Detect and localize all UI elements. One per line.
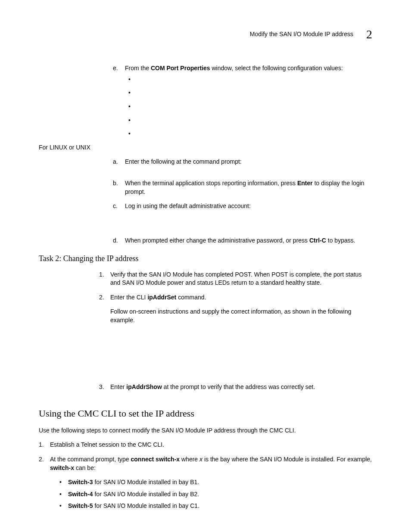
task2-2-marker: 2. (99, 293, 110, 381)
task2-3-pre: Enter (110, 383, 126, 390)
sw3-bold: Switch-3 (68, 479, 93, 485)
step-e-body: From the COM Port Properties window, sel… (125, 64, 372, 73)
task2-3-post: at the prompt to verify that the address… (162, 383, 315, 390)
cmc-2-p3: is the bay where the SAN I/O Module is i… (202, 456, 372, 463)
linux-d-bold: Ctrl-C (309, 237, 326, 244)
linux-b-body: When the terminal application stops repo… (125, 179, 372, 196)
task2-2-body: Enter the CLI ipAddrSet command. Follow … (110, 293, 372, 381)
page-content: e. From the COM Port Properties window, … (99, 64, 372, 514)
cmc-2-b1: connect switch-x (131, 456, 180, 463)
cmc-1-marker: 1. (39, 441, 50, 449)
task2-step-2: 2. Enter the CLI ipAddrSet command. Foll… (99, 293, 372, 381)
cmc-2-p2: where (180, 456, 199, 463)
task2-3-body: Enter ipAddrShow at the prompt to verify… (110, 383, 372, 392)
cmc-1-text: Establish a Telnet session to the CMC CL… (50, 441, 372, 449)
linux-d-pre: When prompted either change the administ… (125, 237, 309, 244)
task2-1-text: Verify that the SAN I/O Module has compl… (110, 271, 372, 287)
task2-2-pre: Enter the CLI (110, 294, 147, 301)
switch-3-item: • Switch-3 for SAN I/O Module installed … (59, 478, 372, 487)
step-e-bold: COM Port Properties (151, 65, 210, 72)
linux-a-text: Enter the following at the command promp… (125, 158, 372, 166)
linux-b-bold: Enter (297, 180, 313, 187)
linux-c-text: Log in using the default administrative … (125, 202, 372, 211)
task2-2-bold: ipAddrSet (147, 294, 176, 301)
cmc-step-2: 2. At the command prompt, type connect s… (39, 455, 372, 514)
sw4-bold: Switch-4 (68, 491, 93, 498)
linux-d-post: to bypass. (326, 237, 355, 244)
linux-d-marker: d. (113, 236, 125, 245)
bullet-2: • (128, 89, 372, 97)
step-e-post: window, select the following configurati… (210, 65, 343, 72)
switch-5-item: • Switch-5 for SAN I/O Module installed … (59, 502, 372, 510)
cmc-2-p1: At the command prompt, type (50, 456, 131, 463)
step-e: e. From the COM Port Properties window, … (113, 64, 372, 73)
linux-step-d: d. When prompted either change the admin… (113, 236, 372, 245)
step-e-marker: e. (113, 64, 125, 73)
task2-step-1: 1. Verify that the SAN I/O Module has co… (99, 271, 372, 287)
task2-heading: Task 2: Changing the IP address (39, 253, 372, 264)
bullet-1: • (128, 75, 372, 84)
cmc-intro: Use the following steps to connect modif… (39, 426, 372, 435)
linux-step-b: b. When the terminal application stops r… (113, 179, 372, 196)
cmc-2-marker: 2. (39, 455, 50, 514)
cmc-2-b2: switch-x (50, 464, 74, 471)
linux-c-marker: c. (113, 202, 125, 211)
chapter-number: 2 (366, 26, 372, 43)
com-port-bullets: • • • • • (128, 75, 372, 138)
linux-step-a: a. Enter the following at the command pr… (113, 158, 372, 166)
task2-1-marker: 1. (99, 271, 110, 287)
linux-b-marker: b. (113, 179, 125, 196)
linux-step-c: c. Log in using the default administrati… (113, 202, 372, 211)
bullet-4: • (128, 116, 372, 125)
linux-b-pre: When the terminal application stops repo… (125, 180, 297, 187)
sw4-text: for SAN I/O Module installed in bay B2. (93, 491, 199, 498)
linux-d-body: When prompted either change the administ… (125, 236, 372, 245)
cmc-2-p4: can be: (74, 464, 96, 471)
sw5-bold: Switch-5 (68, 502, 93, 509)
task2-2-follow: Follow on-screen instructions and supply… (110, 308, 372, 324)
bullet-5: • (128, 130, 372, 138)
cmc-2-body: At the command prompt, type connect swit… (50, 455, 372, 514)
sw3-text: for SAN I/O Module installed in bay B1. (93, 479, 199, 485)
task2-2-post: command. (176, 294, 206, 301)
bullet-3: • (128, 103, 372, 111)
step-e-pre: From the (125, 65, 151, 72)
sw5-text: for SAN I/O Module installed in bay C1. (93, 502, 199, 509)
task2-3-marker: 3. (99, 383, 110, 392)
cmc-step-1: 1. Establish a Telnet session to the CMC… (39, 441, 372, 449)
task2-step-3: 3. Enter ipAddrShow at the prompt to ver… (99, 383, 372, 392)
switch-4-item: • Switch-4 for SAN I/O Module installed … (59, 490, 372, 499)
header-title: Modify the SAN I/O Module IP address (250, 30, 353, 39)
cmc-heading: Using the CMC CLI to set the IP address (39, 407, 372, 420)
cmc-2-i1: x (199, 456, 202, 463)
page-header: Modify the SAN I/O Module IP address 2 (39, 26, 372, 43)
linux-a-marker: a. (113, 158, 125, 166)
switch-bullets: • Switch-3 for SAN I/O Module installed … (59, 478, 372, 510)
task2-3-bold: ipAddrShow (126, 383, 162, 390)
linux-intro: For LINUX or UNIX (39, 143, 372, 152)
